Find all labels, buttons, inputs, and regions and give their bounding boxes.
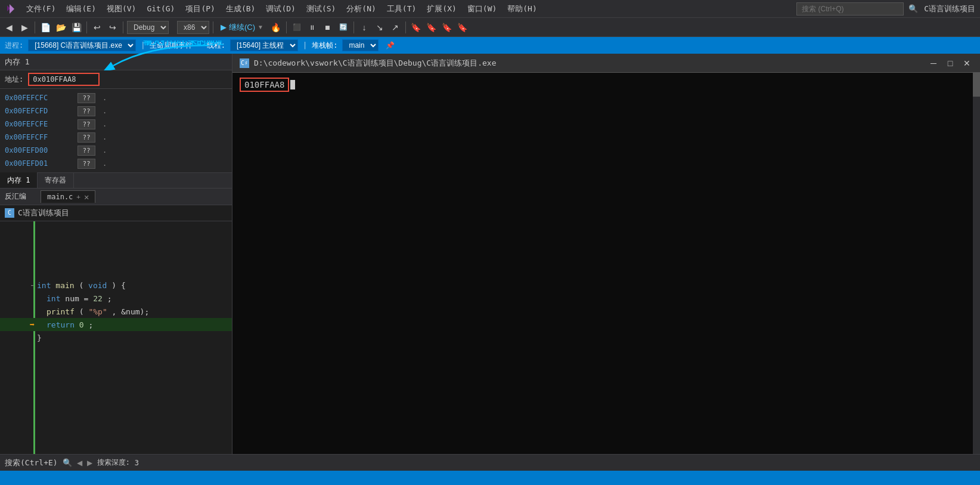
disasm-panel: 反汇编 main.c + ✕ C C语言训练项目 (0, 189, 232, 485)
mem-char-3: . (103, 133, 107, 141)
step-into[interactable]: ↘ (373, 21, 386, 34)
platform-dropdown[interactable]: x86 (177, 21, 209, 34)
play-icon: ▶ (221, 23, 227, 32)
code-line (0, 252, 232, 265)
debug-ctrl2[interactable]: ⏸ (306, 21, 319, 34)
code-text: ; (88, 320, 93, 329)
menu-view[interactable]: 视图(V) (102, 1, 141, 17)
menu-extensions[interactable]: 扩展(X) (422, 1, 461, 17)
bookmark3[interactable]: 🔖 (441, 21, 454, 34)
continue-button[interactable]: ▶ 继续(C) ▼ (217, 21, 267, 34)
code-text: ; (107, 294, 112, 303)
bookmark4[interactable]: 🔖 (456, 21, 469, 34)
return-val: 0 (79, 320, 84, 329)
sep7 (405, 21, 406, 33)
project-icon: C (5, 208, 14, 218)
disasm-label: 反汇编 (5, 191, 26, 202)
nav-forward-btn[interactable]: ▶ (87, 459, 92, 467)
mem-char-4: . (103, 146, 107, 155)
global-watch-bar: 搜索(Ctrl+E) 🔍 ◀ ▶ 搜索深度: 3 (0, 454, 980, 471)
bookmark2[interactable]: 🔖 (425, 21, 438, 34)
forward-btn[interactable]: ▶ (18, 21, 31, 34)
mem-char-2: . (103, 120, 107, 128)
menu-debug[interactable]: 调试(D) (261, 1, 300, 17)
disasm-close-btn[interactable]: ✕ (84, 192, 89, 202)
project-title: C语言训练项目 (924, 4, 975, 14)
console-titlebar: C♯ D:\codework\vswork\C语言训练项目\Debug\C语言训… (232, 54, 980, 73)
undo-btn[interactable]: ↩ (91, 21, 104, 34)
close-button[interactable]: ✕ (961, 57, 973, 69)
bookmark1[interactable]: 🔖 (410, 21, 423, 34)
global-status-bar (0, 471, 980, 485)
nav-back-btn[interactable]: ◀ (77, 459, 82, 467)
keyword-int: int (37, 281, 51, 290)
debug-ctrl1[interactable]: ⬛ (290, 21, 303, 34)
disasm-tab[interactable]: main.c + ✕ (41, 190, 95, 203)
fire-btn[interactable]: 🔥 (269, 21, 283, 34)
save-btn[interactable]: 💾 (70, 21, 83, 34)
search-icon: 🔍 (908, 4, 918, 13)
back-btn[interactable]: ◀ (2, 21, 15, 34)
code-line (0, 226, 232, 239)
step-out[interactable]: ↗ (389, 21, 402, 34)
search-watch-label: 搜索(Ctrl+E) (5, 458, 58, 468)
search-input[interactable] (796, 2, 904, 16)
stack-dropdown[interactable]: main (342, 39, 379, 51)
debug-ctrl4[interactable]: 🔄 (337, 21, 350, 34)
memory-tab-1[interactable]: 内存 1 (0, 172, 38, 188)
mem-addr-5: 0x00FEFD01 (5, 159, 70, 168)
config-dropdown[interactable]: Debug (127, 21, 169, 34)
new-btn[interactable]: 📄 (39, 21, 52, 34)
menu-build[interactable]: 生成(B) (221, 1, 260, 17)
code-text: ( (79, 307, 84, 316)
sep1 (35, 21, 35, 33)
memory-tab-registers[interactable]: 寄存器 (38, 172, 74, 188)
console-cursor (290, 80, 295, 89)
memory-title: 内存 1 (0, 54, 232, 70)
menu-project[interactable]: 项目(P) (181, 1, 219, 17)
mem-addr-0: 0x00FEFCFC (5, 94, 70, 102)
toolbar: ◀ ▶ 📄 📂 💾 ↩ ↪ Debug x86 ▶ 继续(C) ▼ 🔥 ⬛ ⏸ … (0, 18, 980, 37)
disasm-project: C C语言训练项目 (0, 205, 232, 221)
process-bar: 进程: [15668] C语言训练项目.exe | 生命周期事件 — 线程: [… (0, 37, 980, 54)
memory-row: 0x00FEFCFF ?? . (0, 131, 232, 144)
thread-dropdown[interactable]: [15640] 主线程 (230, 39, 298, 51)
code-line-num: int num = 22 ; (0, 292, 232, 305)
code-line (0, 239, 232, 252)
process-dropdown[interactable]: [15668] C语言训练项目.exe (28, 39, 136, 51)
keyword-main: main (55, 281, 74, 290)
code-text: , &num); (112, 307, 150, 316)
menu-edit[interactable]: 编辑(E) (61, 1, 100, 17)
debug-ctrl3[interactable]: ⏹ (321, 21, 334, 34)
redo-btn[interactable]: ↪ (106, 21, 119, 34)
mem-char-5: . (103, 159, 107, 168)
mem-val-1: ?? (77, 106, 95, 116)
menu-test[interactable]: 测试(S) (302, 1, 340, 17)
minimize-button[interactable]: ─ (928, 57, 939, 69)
current-line-marker: ➡ (27, 320, 37, 329)
menu-file[interactable]: 文件(F) (21, 1, 60, 17)
format-string: "%p" (88, 307, 107, 316)
menu-git[interactable]: Git(G) (142, 2, 179, 16)
pin-btn[interactable]: 📌 (383, 39, 396, 52)
address-input[interactable] (28, 73, 100, 86)
menu-help[interactable]: 帮助(H) (503, 1, 541, 17)
step-over[interactable]: ↓ (358, 21, 371, 34)
event-sep: | (141, 41, 145, 50)
maximize-button[interactable]: □ (944, 57, 956, 69)
menu-window[interactable]: 窗口(W) (463, 1, 501, 17)
collapse-marker[interactable]: - (27, 280, 37, 290)
scrollbar-thumb[interactable] (973, 73, 980, 97)
menu-analyze[interactable]: 分析(N) (342, 1, 380, 17)
mem-addr-3: 0x00FEFCFF (5, 133, 70, 141)
open-btn[interactable]: 📂 (54, 21, 67, 34)
code-line-printf: printf ( "%p" , &num); (0, 305, 232, 318)
depth-value: 3 (135, 459, 139, 467)
code-line-close: } (0, 331, 232, 344)
memory-row: 0x00FEFD00 ?? . (0, 144, 232, 157)
closing-brace: } (37, 333, 42, 342)
menu-tools[interactable]: 工具(T) (382, 1, 421, 17)
scrollbar[interactable] (973, 73, 980, 485)
console-body[interactable]: 010FFAA8 (232, 73, 980, 485)
keyword-return: return (46, 320, 75, 329)
